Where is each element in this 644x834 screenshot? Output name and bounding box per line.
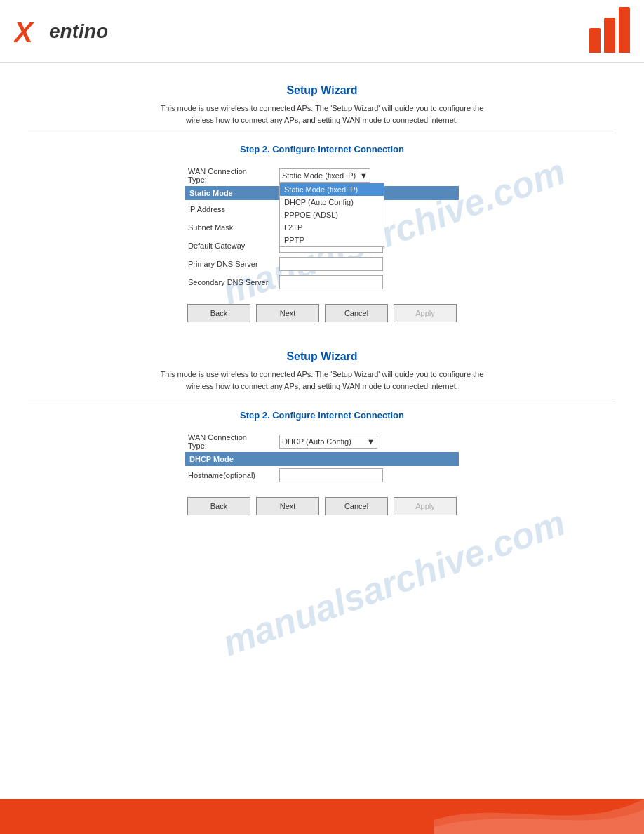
section1-cancel-button[interactable]: Cancel (325, 304, 388, 322)
primary-dns-input[interactable] (279, 257, 383, 271)
wan-type-select-cell: Static Mode (fixed IP) ▼ Static Mode (fi… (276, 165, 459, 186)
section2-form: WAN ConnectionType: DHCP (Auto Config) ▼… (185, 431, 459, 484)
section2-back-button[interactable]: Back (187, 497, 250, 515)
section2: Setup Wizard This mode is use wireless t… (28, 350, 616, 515)
primary-dns-row: Primary DNS Server (185, 255, 459, 273)
secondary-dns-input[interactable] (279, 275, 383, 289)
section2-step-title: Step 2. Configure Internet Connection (28, 410, 616, 421)
default-gateway-label: Default Gateway (185, 237, 276, 255)
primary-dns-input-cell (276, 255, 459, 273)
subnet-mask-label: Subnet Mask (185, 218, 276, 237)
wan-type-dropdown-container: Static Mode (fixed IP) ▼ Static Mode (fi… (279, 168, 456, 183)
bar2 (604, 18, 615, 53)
header-decoration (589, 11, 630, 53)
section1-apply-button: Apply (394, 304, 457, 322)
section2-apply-button: Apply (394, 497, 457, 515)
section1: Setup Wizard This mode is use wireless t… (28, 84, 616, 322)
section1-desc: This mode is use wireless to connected A… (28, 102, 616, 126)
secondary-dns-row: Secondary DNS Server (185, 273, 459, 291)
dropdown-item-pptp[interactable]: PPTP (280, 234, 384, 246)
section2-dropdown-arrow-icon: ▼ (367, 437, 375, 446)
hostname-input[interactable] (279, 468, 383, 482)
secondary-dns-input-cell (276, 273, 459, 291)
footer (0, 799, 644, 834)
secondary-dns-label: Secondary DNS Server (185, 273, 276, 291)
primary-dns-label: Primary DNS Server (185, 255, 276, 273)
wan-type-dropdown-menu[interactable]: Static Mode (fixed IP) DHCP (Auto Config… (279, 183, 384, 247)
bar3 (619, 7, 630, 53)
section2-divider (28, 399, 616, 399)
section2-next-button[interactable]: Next (256, 497, 319, 515)
logo: X entino (14, 15, 108, 47)
dhcp-mode-header-row: DHCP Mode (185, 452, 459, 466)
svg-text:X: X (14, 17, 34, 47)
section2-wan-label: WAN ConnectionType: (185, 431, 276, 452)
hostname-label: Hostname(optional) (185, 466, 276, 484)
dropdown-item-static[interactable]: Static Mode (fixed IP) (280, 183, 384, 196)
section2-desc: This mode is use wireless to connected A… (28, 369, 616, 392)
section1-title: Setup Wizard (28, 84, 616, 97)
bar1 (589, 28, 601, 53)
dropdown-item-l2tp[interactable]: L2TP (280, 221, 384, 234)
wan-type-select[interactable]: Static Mode (fixed IP) ▼ (279, 168, 370, 183)
header: X entino (0, 0, 644, 63)
section1-back-button[interactable]: Back (187, 304, 250, 322)
section1-divider (28, 133, 616, 133)
logo-text: entino (49, 20, 108, 43)
section2-wan-select[interactable]: DHCP (Auto Config) ▼ (279, 435, 377, 449)
hostname-input-cell (276, 466, 459, 484)
dropdown-arrow-icon: ▼ (360, 171, 368, 180)
wan-type-row: WAN ConnectionType: Static Mode (fixed I… (185, 165, 459, 186)
section2-wan-type-row: WAN ConnectionType: DHCP (Auto Config) ▼ (185, 431, 459, 452)
logo-icon: X (14, 15, 49, 47)
footer-wave-icon (434, 799, 644, 834)
dhcp-mode-header: DHCP Mode (185, 452, 459, 466)
wan-type-label: WAN ConnectionType: (185, 165, 276, 186)
section2-cancel-button[interactable]: Cancel (325, 497, 388, 515)
ip-address-label: IP Address (185, 200, 276, 218)
section1-form: WAN ConnectionType: Static Mode (fixed I… (185, 165, 459, 291)
section1-step-title: Step 2. Configure Internet Connection (28, 144, 616, 154)
section2-wan-select-cell: DHCP (Auto Config) ▼ (276, 431, 459, 452)
dropdown-item-dhcp[interactable]: DHCP (Auto Config) (280, 196, 384, 208)
dropdown-item-pppoe[interactable]: PPPOE (ADSL) (280, 208, 384, 221)
section1-next-button[interactable]: Next (256, 304, 319, 322)
main-content: Setup Wizard This mode is use wireless t… (0, 63, 644, 543)
hostname-row: Hostname(optional) (185, 466, 459, 484)
section2-title: Setup Wizard (28, 350, 616, 363)
